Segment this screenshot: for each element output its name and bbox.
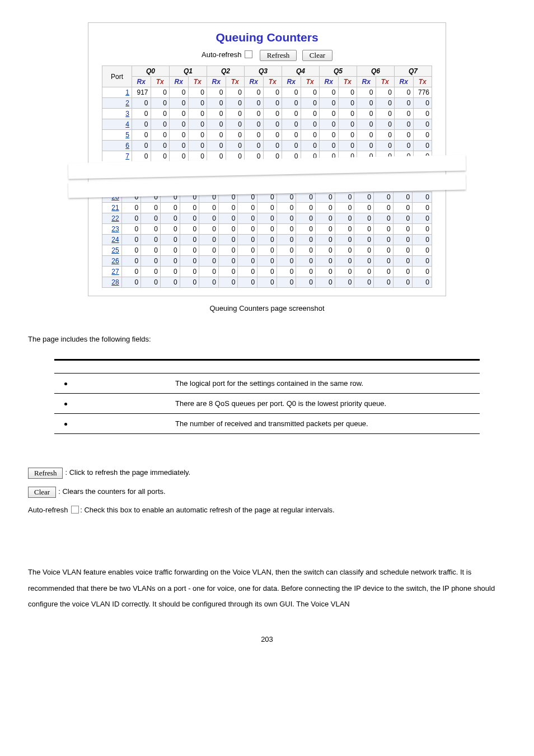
counter-cell: 0: [218, 213, 238, 224]
counter-cell: 0: [277, 235, 296, 245]
counter-cell: 0: [376, 119, 395, 130]
counter-cell: 0: [151, 87, 170, 98]
tx-header: Tx: [226, 77, 245, 87]
counter-cell: 0: [132, 151, 151, 162]
port-link[interactable]: 6: [102, 141, 132, 151]
counter-cell: 0: [226, 87, 245, 98]
counter-cell: 0: [160, 224, 180, 235]
counter-cell: 0: [357, 109, 376, 119]
port-link[interactable]: 4: [102, 119, 132, 130]
port-link[interactable]: 24: [102, 235, 122, 245]
counter-cell: 0: [141, 213, 161, 224]
counter-cell: 0: [245, 119, 264, 130]
counter-cell: 0: [316, 224, 335, 235]
port-link[interactable]: 25: [102, 245, 122, 256]
counter-cell: 0: [188, 109, 207, 119]
field-desc: There are 8 QoS queues per port. Q0 is t…: [168, 394, 480, 414]
table-row: 210000000000000000: [102, 203, 432, 213]
counter-cell: 0: [132, 109, 151, 119]
counter-cell: 0: [132, 130, 151, 141]
counter-cell: 0: [207, 141, 226, 151]
counter-cell: 0: [373, 224, 393, 235]
counter-cell: 0: [296, 224, 316, 235]
table-row: 30000000000000000: [102, 109, 432, 119]
counter-cell: 0: [238, 224, 257, 235]
counter-cell: 0: [257, 224, 277, 235]
counter-cell: 0: [263, 87, 282, 98]
counter-cell: 0: [354, 224, 374, 235]
counter-cell: 0: [338, 119, 357, 130]
queuing-counters-screenshot: Queuing Counters Auto-refresh Refresh Cl…: [88, 22, 446, 296]
counter-cell: 0: [282, 109, 301, 119]
counter-cell: 0: [395, 130, 414, 141]
port-link[interactable]: 23: [102, 224, 122, 235]
auto-refresh-label: Auto-refresh: [202, 50, 242, 59]
counter-cell: 0: [393, 245, 413, 256]
counter-cell: 0: [413, 256, 432, 267]
rx-header: Rx: [320, 77, 339, 87]
table-row: 191700000000000000776: [102, 87, 432, 98]
counter-cell: 0: [373, 203, 393, 213]
refresh-button[interactable]: Refresh: [260, 50, 297, 61]
counters-table-upper: PortQ0Q1Q2Q3Q4Q5Q6Q7RxTxRxTxRxTxRxTxRxTx…: [102, 66, 432, 162]
counter-cell: 0: [245, 87, 264, 98]
counter-cell: 0: [141, 224, 161, 235]
counter-cell: 0: [357, 98, 376, 109]
counter-cell: 0: [180, 256, 199, 267]
counter-cell: 0: [151, 130, 170, 141]
counter-cell: 0: [160, 256, 180, 267]
tx-header: Tx: [413, 77, 432, 87]
auto-refresh-checkbox[interactable]: [245, 50, 252, 58]
refresh-desc-row: Refresh: Click to refresh the page immed…: [28, 468, 506, 479]
counter-cell: 0: [132, 141, 151, 151]
counter-cell: 0: [320, 141, 339, 151]
counter-cell: 0: [354, 213, 374, 224]
port-link[interactable]: 1: [102, 87, 132, 98]
tx-header: Tx: [263, 77, 282, 87]
port-link[interactable]: 2: [102, 98, 132, 109]
counter-cell: 0: [376, 130, 395, 141]
port-link[interactable]: 5: [102, 130, 132, 141]
port-link[interactable]: 28: [102, 277, 122, 288]
counter-cell: 0: [335, 224, 354, 235]
counter-cell: 0: [296, 192, 316, 203]
table-row: 270000000000000000: [102, 267, 432, 277]
port-link[interactable]: 22: [102, 213, 122, 224]
counter-cell: 0: [393, 224, 413, 235]
counter-cell: 0: [357, 119, 376, 130]
auto-refresh-checkbox-icon: [71, 506, 79, 514]
counter-cell: 0: [320, 119, 339, 130]
port-link[interactable]: 21: [102, 203, 122, 213]
port-link[interactable]: 7: [102, 151, 132, 162]
counter-cell: 0: [207, 98, 226, 109]
clear-button[interactable]: Clear: [302, 50, 332, 61]
counter-cell: 0: [413, 213, 432, 224]
counter-cell: 0: [354, 267, 374, 277]
counter-cell: 0: [413, 224, 432, 235]
port-link[interactable]: 26: [102, 256, 122, 267]
counter-cell: 0: [121, 203, 141, 213]
counter-cell: 0: [301, 130, 320, 141]
voice-vlan-paragraph: The Voice VLAN feature enables voice tra…: [28, 564, 506, 613]
counter-cell: 0: [218, 203, 238, 213]
port-link[interactable]: 3: [102, 109, 132, 119]
counter-cell: 0: [413, 141, 432, 151]
counter-cell: 0: [316, 203, 335, 213]
counter-cell: 0: [218, 235, 238, 245]
counter-cell: 0: [121, 213, 141, 224]
port-link[interactable]: 27: [102, 267, 122, 277]
counter-cell: 0: [373, 213, 393, 224]
bullet-icon: [64, 403, 67, 405]
counter-cell: 0: [301, 141, 320, 151]
bullet-icon: [64, 382, 67, 385]
counter-cell: 0: [238, 267, 257, 277]
counter-cell: 0: [357, 141, 376, 151]
counter-cell: 0: [373, 256, 393, 267]
counter-cell: 0: [199, 213, 219, 224]
counter-cell: 0: [170, 109, 189, 119]
counter-cell: 0: [132, 98, 151, 109]
clear-desc-row: Clear: Clears the counters for all ports…: [28, 487, 506, 498]
counter-cell: 0: [277, 245, 296, 256]
counter-cell: 0: [376, 98, 395, 109]
field-row: The logical port for the settings contai…: [54, 374, 480, 394]
